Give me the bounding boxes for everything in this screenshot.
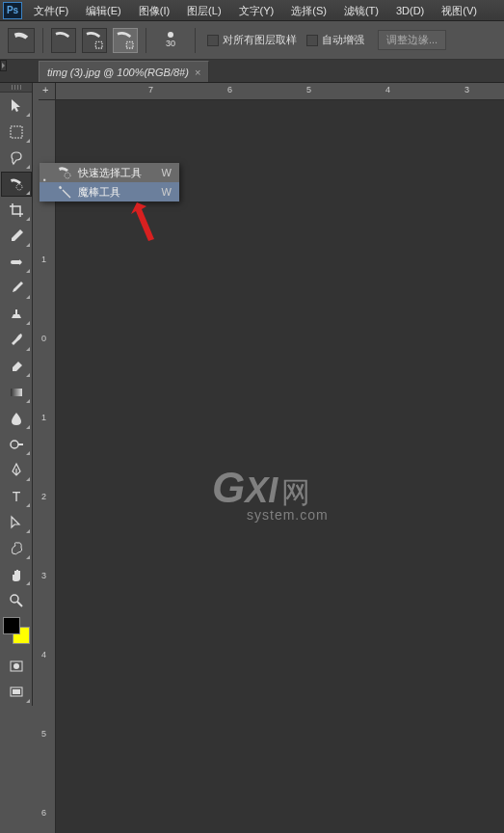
flyout-item-shortcut: W (162, 167, 172, 178)
tab-label: timg (3).jpg @ 100%(RGB/8#) (47, 67, 189, 78)
eraser-tool[interactable] (1, 354, 32, 379)
sample-all-layers-checkbox[interactable] (207, 35, 219, 46)
vertical-ruler[interactable]: 2 1 0 1 2 3 4 5 6 (39, 100, 56, 833)
horizontal-ruler[interactable]: 7 6 5 4 3 (56, 83, 504, 100)
divider (42, 28, 43, 53)
flyout-item-label: 魔棒工具 (78, 185, 156, 200)
eyedropper-tool[interactable] (1, 224, 32, 249)
history-brush-tool[interactable] (1, 328, 32, 353)
menu-edit[interactable]: 编辑(E) (77, 0, 130, 21)
tool-flyout-menu: 快速选择工具 W 魔棒工具 W (40, 163, 179, 202)
watermark: GXI网 system.com (212, 464, 329, 523)
dodge-tool[interactable] (1, 432, 32, 457)
hand-tool[interactable] (1, 562, 32, 587)
flyout-item-shortcut: W (162, 186, 172, 198)
svg-point-13 (65, 173, 70, 178)
svg-text:T: T (13, 489, 21, 504)
tab-close-button[interactable]: × (195, 67, 200, 78)
flyout-magic-wand[interactable]: 魔棒工具 W (40, 182, 179, 202)
path-selection-tool[interactable] (1, 510, 32, 535)
blur-tool[interactable] (1, 406, 32, 431)
menu-file[interactable]: 文件(F) (25, 0, 77, 21)
svg-rect-5 (11, 389, 22, 396)
menu-layer[interactable]: 图层(L) (178, 0, 229, 21)
menu-filter[interactable]: 滤镜(T) (335, 0, 387, 21)
brush-size-picker[interactable]: 30 (154, 32, 187, 48)
clone-stamp-tool[interactable] (1, 302, 32, 327)
svg-rect-12 (13, 689, 20, 694)
shape-tool[interactable] (1, 536, 32, 561)
add-selection-btn[interactable] (82, 28, 107, 53)
svg-rect-1 (126, 41, 133, 48)
flyout-quick-selection[interactable]: 快速选择工具 W (40, 163, 179, 182)
flyout-check-icon (43, 169, 51, 176)
flyout-check-icon (43, 188, 51, 196)
tool-preset-picker[interactable] (8, 28, 35, 53)
collapsed-panel-toggle[interactable] (0, 60, 7, 71)
marquee-tool[interactable] (1, 120, 32, 145)
toolbox-grip[interactable] (0, 83, 32, 93)
menu-image[interactable]: 图像(I) (130, 0, 178, 21)
brush-tool[interactable] (1, 276, 32, 301)
app-logo: Ps (0, 0, 25, 21)
new-selection-btn[interactable] (51, 28, 76, 53)
auto-enhance-label: 自动增强 (322, 33, 364, 47)
type-tool[interactable]: T (1, 484, 32, 509)
menu-view[interactable]: 视图(V) (433, 0, 486, 21)
svg-point-3 (16, 184, 22, 190)
magic-wand-icon (57, 184, 72, 200)
healing-brush-tool[interactable] (1, 250, 32, 275)
options-bar: 30 对所有图层取样 自动增强 调整边缘... (0, 21, 504, 60)
svg-point-14 (60, 187, 62, 189)
pen-tool[interactable] (1, 458, 32, 483)
svg-point-6 (11, 441, 18, 448)
gradient-tool[interactable] (1, 380, 32, 405)
menu-3d[interactable]: 3D(D) (387, 0, 433, 21)
lasso-tool[interactable] (1, 146, 32, 171)
divider (195, 28, 196, 53)
svg-rect-2 (11, 126, 22, 138)
quick-selection-tool[interactable] (1, 172, 32, 197)
menu-select[interactable]: 选择(S) (282, 0, 335, 21)
toolbox: T (0, 83, 33, 706)
flyout-item-label: 快速选择工具 (78, 166, 156, 180)
sample-all-layers-label: 对所有图层取样 (223, 33, 297, 47)
document-tab[interactable]: timg (3).jpg @ 100%(RGB/8#) × (39, 61, 209, 82)
svg-point-8 (11, 595, 18, 603)
screen-mode-toggle[interactable] (1, 680, 32, 705)
refine-edge-button[interactable]: 调整边缘... (378, 30, 446, 50)
subtract-selection-btn[interactable] (113, 28, 138, 53)
color-swatches[interactable] (0, 614, 32, 653)
document-tabs: timg (3).jpg @ 100%(RGB/8#) × (0, 60, 504, 83)
quick-select-icon (57, 165, 72, 180)
move-tool[interactable] (1, 94, 32, 119)
quick-mask-toggle[interactable] (1, 654, 32, 679)
zoom-tool[interactable] (1, 588, 32, 613)
crop-tool[interactable] (1, 198, 32, 223)
ruler-origin[interactable] (39, 83, 56, 100)
menu-type[interactable]: 文字(Y) (230, 0, 283, 21)
svg-point-10 (13, 663, 19, 669)
divider (146, 28, 146, 53)
annotation-arrow (125, 201, 164, 247)
menu-bar: Ps 文件(F) 编辑(E) 图像(I) 图层(L) 文字(Y) 选择(S) 滤… (0, 0, 504, 21)
svg-rect-0 (95, 41, 102, 48)
foreground-color[interactable] (3, 617, 20, 634)
auto-enhance-checkbox[interactable] (306, 35, 318, 46)
